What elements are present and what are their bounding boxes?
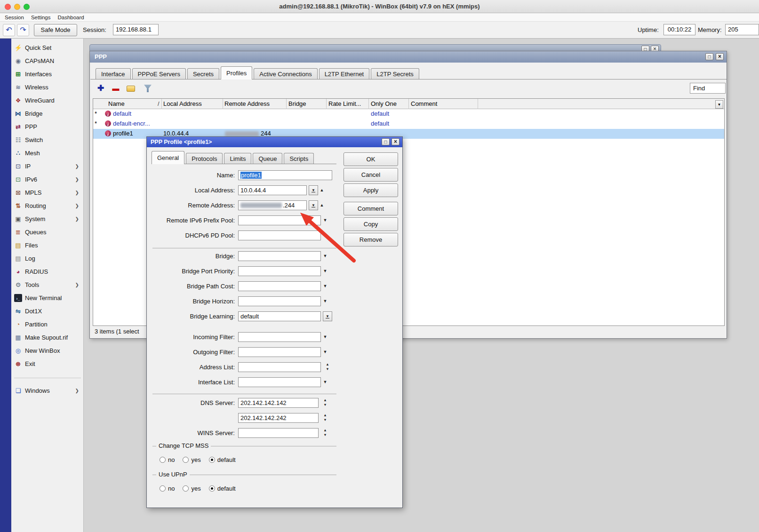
sidebar-item-tools[interactable]: Tools❯ (13, 278, 83, 291)
redo-icon[interactable]: ↷ (17, 24, 29, 36)
remove-entry-button[interactable]: ▬ (110, 82, 122, 95)
sidebar-item-switch[interactable]: Switch (13, 134, 83, 146)
sidebar-item-wireguard[interactable]: WireGuard (13, 94, 83, 106)
apply-button[interactable]: Apply (344, 183, 398, 197)
find-button[interactable]: Find (690, 83, 726, 94)
ppp-maximize-icon[interactable] (705, 53, 713, 60)
filter-icon[interactable] (142, 82, 154, 95)
bridge-horizon-input[interactable] (238, 296, 321, 306)
sidebar-item-system[interactable]: System❯ (13, 213, 83, 225)
tab-general[interactable]: General (152, 151, 184, 164)
menu-session[interactable]: Session (5, 15, 24, 20)
dns-server-input-1[interactable]: 202.142.142.142 (238, 398, 319, 408)
interface-list-input[interactable] (238, 377, 321, 387)
sidebar-item-ppp[interactable]: PPP (13, 120, 83, 133)
dropdown-icon[interactable] (321, 332, 329, 342)
comment-folder-icon[interactable] (125, 82, 137, 95)
sidebar-item-make-supout[interactable]: Make Supout.rif (13, 331, 83, 343)
sidebar-item-quick-set[interactable]: Quick Set (13, 41, 83, 54)
sidebar-item-exit[interactable]: Exit (13, 357, 83, 370)
col-rate-limit[interactable]: Rate Limit... (328, 100, 361, 107)
col-local-address[interactable]: Local Address (163, 100, 202, 107)
radio-icon[interactable] (183, 457, 189, 463)
up-down-spinner-icon[interactable] (321, 413, 329, 423)
sidebar-item-capsman[interactable]: CAPsMAN (13, 55, 83, 67)
incoming-filter-input[interactable] (238, 332, 321, 342)
sidebar-item-queues[interactable]: Queues (13, 226, 83, 238)
session-input[interactable]: 192.168.88.1 (113, 24, 159, 35)
wins-server-input[interactable] (238, 428, 319, 438)
col-name[interactable]: Name (108, 100, 125, 107)
sidebar-item-radius[interactable]: RADIUS (13, 265, 83, 278)
sidebar-item-new-terminal[interactable]: New Terminal (13, 292, 83, 304)
tab-protocols[interactable]: Protocols (186, 153, 223, 164)
add-button[interactable]: ✚ (95, 82, 107, 95)
ok-button[interactable]: OK (344, 152, 398, 166)
sidebar-item-dot1x[interactable]: Dot1X (13, 305, 83, 317)
tab-l2tp-ethernet[interactable]: L2TP Ethernet (319, 68, 370, 79)
up-down-spinner-icon[interactable] (324, 362, 331, 372)
tab-interface[interactable]: Interface (96, 68, 131, 79)
radio-option-yes[interactable]: yes (183, 485, 200, 492)
menu-dashboard[interactable]: Dashboard (57, 15, 84, 20)
sidebar-item-wireless[interactable]: Wireless (13, 81, 83, 93)
radio-selected-icon[interactable] (209, 457, 215, 463)
sidebar-item-mpls[interactable]: MPLS❯ (13, 186, 83, 199)
radio-option-no[interactable]: no (160, 485, 175, 492)
sidebar-item-files[interactable]: Files (13, 239, 83, 251)
sidebar-item-new-winbox[interactable]: New WinBox (13, 344, 83, 357)
dropdown-icon[interactable] (321, 281, 329, 291)
dialog-maximize-icon[interactable] (382, 138, 390, 145)
column-select-icon[interactable]: ▼ (715, 100, 723, 109)
tab-active-connections[interactable]: Active Connections (254, 68, 317, 79)
safe-mode-button[interactable]: Safe Mode (34, 24, 77, 36)
tab-pppoe-servers[interactable]: PPPoE Servers (132, 68, 186, 79)
menu-settings[interactable]: Settings (31, 15, 51, 20)
dialog-titlebar[interactable]: PPP Profile <profile1> (147, 137, 402, 147)
outgoing-filter-input[interactable] (238, 347, 321, 357)
tab-scripts[interactable]: Scripts (284, 153, 314, 164)
tab-secrets[interactable]: Secrets (187, 68, 219, 79)
tab-queue[interactable]: Queue (253, 153, 282, 164)
tab-l2tp-secrets[interactable]: L2TP Secrets (371, 68, 419, 79)
tab-profiles[interactable]: Profiles (221, 66, 252, 79)
radio-icon[interactable] (160, 485, 166, 492)
sidebar-item-ip[interactable]: IP❯ (13, 160, 83, 172)
col-bridge[interactable]: Bridge (288, 100, 306, 107)
bridge-path-cost-input[interactable] (238, 281, 321, 291)
col-remote-address[interactable]: Remote Address (224, 100, 270, 107)
undo-icon[interactable]: ↶ (3, 24, 15, 36)
col-only-one[interactable]: Only One (371, 100, 397, 107)
col-comment[interactable]: Comment (411, 100, 437, 107)
name-input[interactable]: profile1 (238, 170, 332, 180)
address-list-input[interactable] (238, 362, 321, 372)
up-down-spinner-icon[interactable] (321, 428, 329, 438)
radio-icon[interactable] (160, 457, 166, 463)
local-address-input[interactable]: 10.0.44.4 (238, 185, 307, 195)
table-row-default[interactable]: * default default (93, 109, 724, 119)
sidebar-item-ipv6[interactable]: IPv6❯ (13, 173, 83, 185)
cancel-button[interactable]: Cancel (344, 168, 398, 182)
radio-option-default[interactable]: default (209, 456, 236, 463)
dropdown-icon[interactable] (321, 377, 329, 387)
bridge-learning-input[interactable]: default (238, 311, 321, 321)
table-row-default-encryption[interactable]: * default-encr... default (93, 119, 724, 129)
ppp-window-titlebar[interactable]: PPP (90, 51, 727, 63)
radio-option-no[interactable]: no (160, 456, 175, 463)
up-down-spinner-icon[interactable] (321, 398, 329, 408)
ppp-close-icon[interactable] (716, 53, 724, 60)
sidebar-item-interfaces[interactable]: Interfaces (13, 68, 83, 80)
radio-option-yes[interactable]: yes (183, 456, 200, 463)
radio-selected-icon[interactable] (209, 485, 215, 492)
table-header[interactable]: Name / Local Address Remote Address Brid… (93, 99, 724, 109)
sidebar-item-log[interactable]: Log (13, 252, 83, 264)
sidebar-item-partition[interactable]: Partition (13, 318, 83, 330)
dns-server-input-2[interactable]: 202.142.142.242 (238, 413, 319, 423)
tab-limits[interactable]: Limits (224, 153, 251, 164)
sidebar-item-routing[interactable]: Routing❯ (13, 199, 83, 212)
dialog-close-icon[interactable] (391, 138, 399, 145)
dropdown-icon[interactable] (321, 347, 329, 357)
sidebar-item-windows[interactable]: Windows❯ (13, 384, 83, 397)
radio-icon[interactable] (183, 485, 189, 492)
collapse-up-icon[interactable]: ▲ (318, 185, 326, 195)
